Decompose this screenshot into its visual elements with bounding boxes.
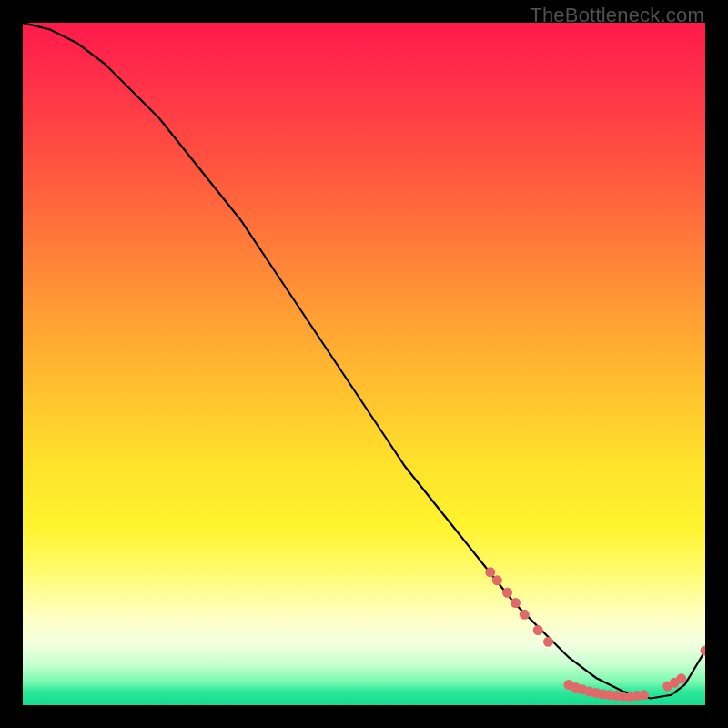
curve-marker <box>543 637 553 647</box>
curve-marker <box>520 610 530 620</box>
curve-marker <box>502 588 512 598</box>
curve-marker <box>533 625 543 635</box>
chart-frame: TheBottleneck.com <box>0 0 728 728</box>
curve-marker <box>676 673 686 683</box>
curve-marker <box>492 575 502 585</box>
curve-marker <box>511 598 521 608</box>
marker-group <box>485 567 705 702</box>
curve-marker <box>485 567 495 577</box>
curve-marker <box>701 646 706 656</box>
bottleneck-curve-path <box>23 23 705 699</box>
curve-marker <box>639 690 649 700</box>
curve-svg <box>23 23 705 705</box>
plot-area <box>23 23 705 705</box>
